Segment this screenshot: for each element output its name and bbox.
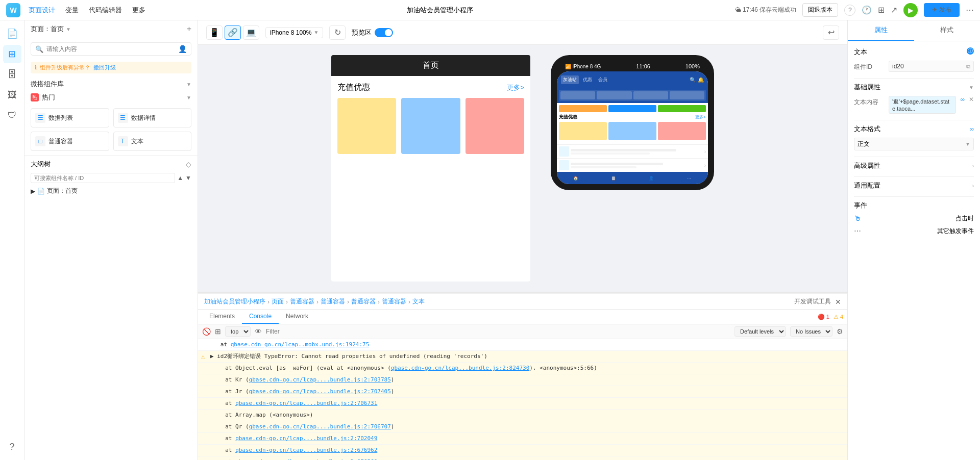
breadcrumb-page[interactable]: 页面 <box>272 297 284 306</box>
phone-bell-icon[interactable]: 🔔 <box>698 77 704 83</box>
sidebar-icon-shield[interactable]: 🛡 <box>3 106 21 124</box>
link-bundle-706731[interactable]: qbase.cdn-go.cn/lcap....bundle.js:2:7067… <box>235 400 377 406</box>
phone-nav-tab-3[interactable]: 会员 <box>596 75 609 84</box>
sidebar-icon-pages[interactable]: 📄 <box>3 24 21 43</box>
component-text[interactable]: T 文本 <box>113 132 192 151</box>
refresh-button[interactable]: ↻ <box>329 25 346 40</box>
text-content-close-icon[interactable]: ✕ <box>969 96 974 103</box>
history-icon[interactable]: 🕐 <box>862 5 872 15</box>
mobile-device-btn[interactable]: 📱 <box>206 25 223 40</box>
device-selector[interactable]: iPhone 8 100% ▼ <box>265 27 323 38</box>
upgrade-link[interactable]: 撤回升级 <box>93 64 116 71</box>
hot-expand-icon[interactable]: ▼ <box>186 95 191 100</box>
outline-expand-icon[interactable]: ◇ <box>186 160 191 168</box>
other-event-dots: ⋯ <box>854 227 861 235</box>
text-content-link-icon[interactable]: ∞ <box>960 96 965 103</box>
page-file-icon: 📄 <box>37 188 45 195</box>
component-container[interactable]: □ 普通容器 <box>31 132 109 151</box>
breadcrumb-text[interactable]: 文本 <box>412 297 425 306</box>
nav-page-design[interactable]: 页面设计 <box>29 6 55 15</box>
link-bundle-676962[interactable]: qbase.cdn-go.cn/lcap....bundle.js:2:6769… <box>235 447 377 453</box>
components-expand-icon[interactable]: ▼ <box>186 82 191 87</box>
link-bundle-702049[interactable]: qbase.cdn-go.cn/lcap....bundle.js:2:7020… <box>235 435 377 442</box>
log-levels-selector[interactable]: Default levels <box>734 326 786 337</box>
phone-list-content-1 <box>571 149 703 155</box>
preview-section-more[interactable]: 更多> <box>507 83 524 92</box>
breadcrumb-container2[interactable]: 普通容器 <box>321 297 345 306</box>
left-panel-header: 页面：首页 ▼ + <box>24 20 198 38</box>
devtools-tab-elements[interactable]: Elements <box>202 310 242 324</box>
sidebar-icon-data[interactable]: 🗄 <box>3 65 21 84</box>
text-format-label: 文本格式 <box>854 124 880 134</box>
link-bundle-707405[interactable]: qbase.cdn-go.cn/lcap....bundle.js:2:7074… <box>249 388 391 395</box>
settings-icon[interactable]: ⚙ <box>837 327 843 336</box>
phone-nav-tab-2[interactable]: 优惠 <box>581 75 594 84</box>
link-device-btn[interactable]: 🔗 <box>225 25 241 40</box>
outline-page-item[interactable]: ▶ 📄 页面：首页 <box>31 185 191 197</box>
basic-props-section: 基础属性 ▼ 文本内容 '返'+$page.dataset.state.taoc… <box>854 83 974 114</box>
link-bundle-706707[interactable]: qbase.cdn-go.cn/lcap....bundle.js:2:7067… <box>249 423 391 430</box>
desktop-device-btn[interactable]: 💻 <box>243 25 259 40</box>
breadcrumb-container3[interactable]: 普通容器 <box>351 297 376 306</box>
expand-console-icon[interactable]: ⊞ <box>215 327 221 336</box>
search-input[interactable] <box>46 45 175 53</box>
breadcrumb-container1[interactable]: 普通容器 <box>290 297 314 306</box>
undo-button[interactable]: ↩ <box>823 25 839 40</box>
component-data-detail[interactable]: ☰ 数据详情 <box>113 108 192 127</box>
basic-props-title[interactable]: 基础属性 ▼ <box>854 83 974 92</box>
component-data-list[interactable]: ☰ 数据列表 <box>31 108 109 127</box>
advanced-title[interactable]: 高级属性 › <box>854 161 974 170</box>
text-info-icon[interactable]: ⓘ <box>967 47 974 55</box>
copy-id-icon[interactable]: ⧉ <box>966 63 970 70</box>
user-icon[interactable]: 👤 <box>178 45 187 53</box>
sidebar-icon-image[interactable]: 🖼 <box>3 86 21 104</box>
phone-nav-member[interactable]: 👤 <box>632 172 670 184</box>
breadcrumb-container4[interactable]: 普通容器 <box>382 297 406 306</box>
sidebar-icon-help[interactable]: ? <box>3 438 21 456</box>
console-filter-input[interactable] <box>266 328 327 335</box>
issues-selector[interactable]: No Issues <box>790 326 832 337</box>
phone-content-header: 充值优惠 更多> <box>559 114 706 120</box>
tab-attributes[interactable]: 属性 <box>848 20 914 41</box>
outline-search-input[interactable] <box>31 173 175 183</box>
page-selector[interactable]: 页面：首页 ▼ <box>31 24 71 34</box>
clear-console-icon[interactable]: 🚫 <box>202 327 211 336</box>
tab-styles[interactable]: 样式 <box>914 20 981 41</box>
text-format-link-icon[interactable]: ∞ <box>969 125 974 133</box>
phone-section-more[interactable]: 更多> <box>695 114 706 120</box>
nav-variable[interactable]: 变量 <box>65 6 79 15</box>
expand-arrow[interactable]: ▶ <box>210 353 214 360</box>
window-icon[interactable]: ⊞ <box>878 5 885 15</box>
card-yellow <box>337 98 396 154</box>
run-icon[interactable]: ▶ <box>903 3 918 17</box>
phone-nav-icons: 🔍 🔔 <box>690 77 704 83</box>
nav-more[interactable]: 更多 <box>132 6 145 15</box>
add-page-icon[interactable]: + <box>187 24 191 34</box>
outline-collapse-icon[interactable]: ▲ <box>177 174 183 182</box>
back-version-button[interactable]: 回退版本 <box>802 3 838 17</box>
devtools-tab-network[interactable]: Network <box>279 310 315 324</box>
text-format-select[interactable]: 正文 ▼ <box>854 138 974 150</box>
link-bundle-703785[interactable]: qbase.cdn-go.cn/lcap....bundle.js:2:7037… <box>249 376 391 383</box>
devtools-close-icon[interactable]: ✕ <box>835 298 841 306</box>
more-options-icon[interactable]: ⋯ <box>966 5 974 15</box>
breadcrumb-app[interactable]: 加油站会员管理小程序 <box>204 297 265 306</box>
general-config-title[interactable]: 通用配置 › <box>854 181 974 190</box>
phone-nav-tab-1[interactable]: 加油站 <box>561 75 579 84</box>
phone-nav-orders[interactable]: 📋 <box>595 172 632 184</box>
sidebar-icon-components[interactable]: ⊞ <box>3 45 21 63</box>
phone-nav-more-tab[interactable]: ⋯ <box>670 172 708 184</box>
nav-code-editor[interactable]: 代码编辑器 <box>89 6 122 15</box>
devtools-tab-console[interactable]: Console <box>242 310 279 324</box>
eye-icon[interactable]: 👁 <box>255 327 262 336</box>
phone-nav-home[interactable]: 🏠 <box>557 172 595 184</box>
preview-toggle-switch[interactable] <box>375 28 393 37</box>
context-selector[interactable]: top <box>225 326 251 337</box>
help-icon[interactable]: ? <box>844 5 855 16</box>
link-bundle-824730[interactable]: qbase.cdn-go.cn/lcap...bundle.js:2:82473… <box>391 365 530 371</box>
outline-expand-all-icon[interactable]: ▼ <box>185 174 191 182</box>
link-mobx[interactable]: qbase.cdn-go.cn/lcap..mobx.umd.js:1924:7… <box>231 341 370 348</box>
phone-search-icon[interactable]: 🔍 <box>690 77 696 83</box>
expand-icon[interactable]: ↗ <box>891 5 897 15</box>
publish-button[interactable]: ✈ 发布 <box>924 3 960 17</box>
